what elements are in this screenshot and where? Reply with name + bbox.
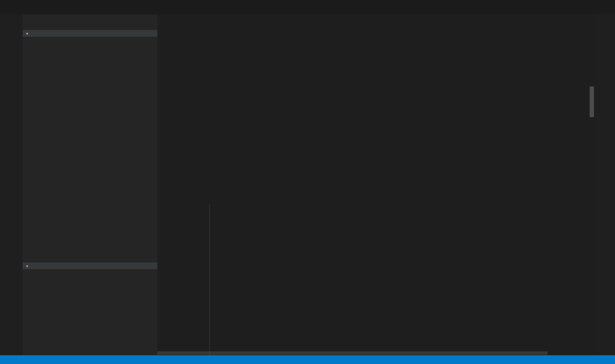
horizontal-scrollbar[interactable] bbox=[157, 351, 548, 355]
file-tree bbox=[23, 37, 157, 262]
minimap[interactable] bbox=[548, 30, 589, 355]
outline-button[interactable] bbox=[600, 21, 610, 31]
code-area[interactable] bbox=[157, 30, 548, 355]
right-sidebar bbox=[595, 14, 615, 355]
indent-guide bbox=[209, 204, 210, 355]
sidebar-explorer: ▾ ▾ bbox=[23, 14, 157, 355]
scrollbar-thumb[interactable] bbox=[590, 87, 594, 117]
section-header-theia[interactable]: ▾ bbox=[23, 30, 157, 37]
explorer-title bbox=[23, 14, 157, 30]
vertical-scrollbar[interactable] bbox=[589, 30, 595, 355]
editor-group bbox=[157, 14, 595, 355]
chevron-down-icon: ▾ bbox=[24, 31, 30, 36]
code-editor[interactable] bbox=[157, 30, 595, 355]
npm-scripts-tree bbox=[23, 269, 157, 355]
menu-bar bbox=[0, 0, 615, 14]
main-area: ▾ ▾ bbox=[0, 14, 615, 355]
chevron-down-icon: ▾ bbox=[24, 264, 30, 268]
scrollbar-thumb[interactable] bbox=[157, 351, 548, 355]
section-header-npm-scripts[interactable]: ▾ bbox=[23, 262, 157, 269]
application-window: ▾ ▾ bbox=[0, 0, 615, 364]
activity-bar bbox=[0, 14, 23, 355]
status-bar bbox=[0, 355, 615, 364]
tab-bar bbox=[157, 14, 595, 30]
